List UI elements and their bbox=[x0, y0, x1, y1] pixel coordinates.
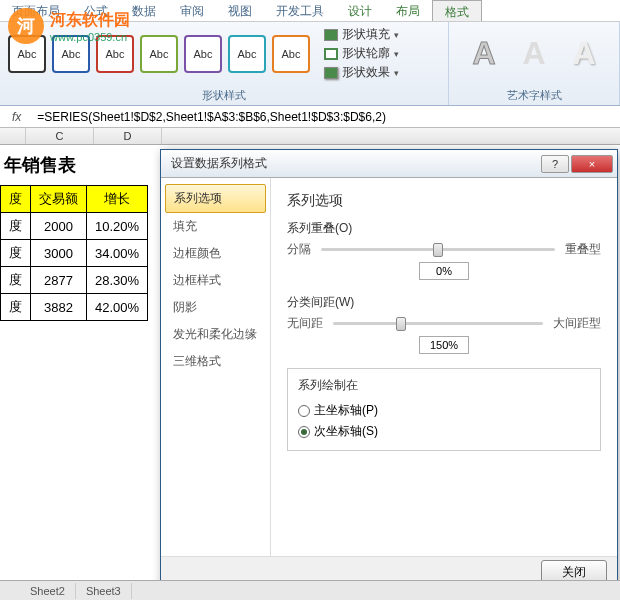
wordart-label: 艺术字样式 bbox=[457, 88, 611, 103]
header-amount[interactable]: 交易额 bbox=[31, 186, 87, 213]
dialog-title: 设置数据系列格式 bbox=[171, 155, 267, 172]
formula-input[interactable] bbox=[33, 108, 620, 126]
shape-outline-button[interactable]: 形状轮廓▾ bbox=[324, 45, 399, 62]
table-row: 度388242.00% bbox=[1, 294, 148, 321]
header-growth[interactable]: 增长 bbox=[87, 186, 148, 213]
fx-icon[interactable]: fx bbox=[0, 110, 33, 124]
sidebar-item-3d[interactable]: 三维格式 bbox=[165, 348, 266, 375]
secondary-axis-radio[interactable]: 次坐标轴(S) bbox=[298, 421, 590, 442]
shape-style-7[interactable]: Abc bbox=[272, 35, 310, 73]
overlap-right-label: 重叠型 bbox=[565, 241, 601, 258]
radio-icon bbox=[298, 405, 310, 417]
dialog-sidebar: 系列选项 填充 边框颜色 边框样式 阴影 发光和柔化边缘 三维格式 bbox=[161, 178, 271, 556]
shape-styles-label: 形状样式 bbox=[8, 88, 440, 103]
format-data-series-dialog: 设置数据系列格式 ? × 系列选项 填充 边框颜色 边框样式 阴影 发光和柔化边… bbox=[160, 149, 618, 589]
sheet-tabs: Sheet2 Sheet3 bbox=[0, 580, 620, 600]
shape-style-4[interactable]: Abc bbox=[140, 35, 178, 73]
primary-axis-radio[interactable]: 主坐标轴(P) bbox=[298, 400, 590, 421]
wordart-group: A A A 艺术字样式 bbox=[449, 22, 620, 105]
col-header-d[interactable]: D bbox=[94, 128, 162, 144]
overlap-slider[interactable] bbox=[321, 248, 555, 251]
table-row: 度200010.20% bbox=[1, 213, 148, 240]
sales-table: 度 交易额 增长 度200010.20% 度300034.00% 度287728… bbox=[0, 185, 148, 321]
watermark: 河 河东软件园 www.pc0359.cn bbox=[8, 8, 130, 44]
tab-review[interactable]: 审阅 bbox=[168, 0, 216, 21]
slider-thumb-icon[interactable] bbox=[396, 317, 406, 331]
tab-view[interactable]: 视图 bbox=[216, 0, 264, 21]
overlap-left-label: 分隔 bbox=[287, 241, 311, 258]
wordart-style-2[interactable]: A bbox=[513, 32, 555, 74]
dialog-close-button[interactable]: × bbox=[571, 155, 613, 173]
col-header-c[interactable]: C bbox=[26, 128, 94, 144]
outline-swatch-icon bbox=[324, 48, 338, 60]
sidebar-item-border-style[interactable]: 边框样式 bbox=[165, 267, 266, 294]
gap-value-input[interactable] bbox=[419, 336, 469, 354]
col-header-blank[interactable] bbox=[0, 128, 26, 144]
dialog-content: 系列选项 系列重叠(O) 分隔 重叠型 分类间距(W) 无间距 大间距型 bbox=[271, 178, 617, 556]
header-quarter[interactable]: 度 bbox=[1, 186, 31, 213]
watermark-url: www.pc0359.cn bbox=[50, 31, 130, 43]
dropdown-icon: ▾ bbox=[394, 49, 399, 59]
dropdown-icon: ▾ bbox=[394, 68, 399, 78]
gap-slider[interactable] bbox=[333, 322, 543, 325]
overlap-value-input[interactable] bbox=[419, 262, 469, 280]
table-row: 度300034.00% bbox=[1, 240, 148, 267]
dialog-help-button[interactable]: ? bbox=[541, 155, 569, 173]
dialog-titlebar[interactable]: 设置数据系列格式 ? × bbox=[161, 150, 617, 178]
watermark-logo-icon: 河 bbox=[8, 8, 44, 44]
sidebar-item-border-color[interactable]: 边框颜色 bbox=[165, 240, 266, 267]
watermark-title: 河东软件园 bbox=[50, 10, 130, 31]
sidebar-item-series-options[interactable]: 系列选项 bbox=[165, 184, 266, 213]
shape-fill-button[interactable]: 形状填充▾ bbox=[324, 26, 399, 43]
table-header-row: 度 交易额 增长 bbox=[1, 186, 148, 213]
dropdown-icon: ▾ bbox=[394, 30, 399, 40]
slider-thumb-icon[interactable] bbox=[433, 243, 443, 257]
tab-design[interactable]: 设计 bbox=[336, 0, 384, 21]
sidebar-item-shadow[interactable]: 阴影 bbox=[165, 294, 266, 321]
shape-style-6[interactable]: Abc bbox=[228, 35, 266, 73]
wordart-style-1[interactable]: A bbox=[463, 32, 505, 74]
gap-right-label: 大间距型 bbox=[553, 315, 601, 332]
plot-on-fieldset: 系列绘制在 主坐标轴(P) 次坐标轴(S) bbox=[287, 368, 601, 451]
tab-format[interactable]: 格式 bbox=[432, 0, 482, 21]
sidebar-item-fill[interactable]: 填充 bbox=[165, 213, 266, 240]
tab-layout[interactable]: 布局 bbox=[384, 0, 432, 21]
tab-developer[interactable]: 开发工具 bbox=[264, 0, 336, 21]
gap-label: 分类间距(W) bbox=[287, 294, 601, 311]
effects-swatch-icon bbox=[324, 67, 338, 79]
sidebar-item-glow[interactable]: 发光和柔化边缘 bbox=[165, 321, 266, 348]
sheet-tab-3[interactable]: Sheet3 bbox=[76, 583, 132, 599]
overlap-label: 系列重叠(O) bbox=[287, 220, 601, 237]
formula-bar: fx bbox=[0, 106, 620, 128]
wordart-style-3[interactable]: A bbox=[563, 32, 605, 74]
content-heading: 系列选项 bbox=[287, 192, 601, 210]
radio-icon bbox=[298, 426, 310, 438]
plot-on-legend: 系列绘制在 bbox=[298, 377, 590, 394]
table-row: 度287728.30% bbox=[1, 267, 148, 294]
shape-effects-button[interactable]: 形状效果▾ bbox=[324, 64, 399, 81]
shape-style-5[interactable]: Abc bbox=[184, 35, 222, 73]
gap-left-label: 无间距 bbox=[287, 315, 323, 332]
fill-swatch-icon bbox=[324, 29, 338, 41]
sheet-tab-2[interactable]: Sheet2 bbox=[20, 583, 76, 599]
